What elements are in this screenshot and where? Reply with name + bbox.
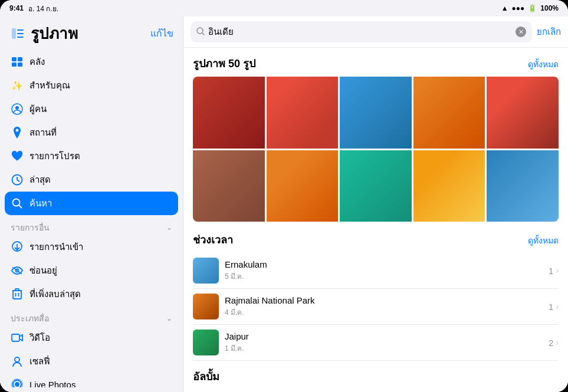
wifi-icon: ▲ <box>501 4 508 12</box>
place-count-row-0: 1 › <box>549 266 559 276</box>
svg-point-24 <box>15 383 19 386</box>
photo-cell-7[interactable] <box>267 150 339 222</box>
search-bar[interactable]: อินเดีย ✕ <box>191 21 532 42</box>
place-row-2[interactable]: Jaipur 1 มี.ค. 2 › <box>193 325 559 361</box>
photos-see-all-button[interactable]: ดูทั้งหมด <box>528 58 559 71</box>
sidebar-item-for-you[interactable]: ✨ สำหรับคุณ <box>5 74 178 97</box>
sidebar-edit-button[interactable]: แก้ไข <box>150 26 173 41</box>
photo-cell-4[interactable] <box>413 77 485 149</box>
svg-point-11 <box>13 199 20 206</box>
place-count-2: 2 <box>549 338 553 348</box>
sidebar-item-people[interactable]: ผู้คน <box>5 97 178 121</box>
clock-icon <box>11 173 24 186</box>
photo-cell-5[interactable] <box>487 77 559 149</box>
places-see-all-button[interactable]: ดูทั้งหมด <box>528 234 559 247</box>
place-date-0: 5 มี.ค. <box>225 271 543 282</box>
places-section-header: ช่วงเวลา ดูทั้งหมด <box>193 231 559 248</box>
sidebar-title: รูปภาพ <box>31 21 78 45</box>
sidebar-item-label-places: สถานที่ <box>29 126 57 140</box>
sidebar-item-videos[interactable]: วิดีโอ <box>5 326 178 350</box>
sidebar-item-label-videos: วิดีโอ <box>29 331 50 345</box>
place-chevron-0: › <box>556 266 559 275</box>
sidebar-item-recent[interactable]: ล่าสุด <box>5 168 178 192</box>
svg-line-12 <box>19 205 22 208</box>
search-sidebar-icon <box>11 197 24 210</box>
section-other-chevron[interactable]: ⌄ <box>166 223 172 232</box>
sidebar-item-selfies[interactable]: เซลฟี่ <box>5 350 178 373</box>
place-thumb-1 <box>193 294 219 319</box>
place-row-1[interactable]: Rajmalai National Park 4 มี.ค. 1 › <box>193 289 559 325</box>
sidebar-item-live-photos[interactable]: Live Photos <box>5 373 178 387</box>
photo-cell-1[interactable] <box>193 77 265 149</box>
photo-cell-6[interactable] <box>193 150 265 222</box>
sidebar-item-library[interactable]: คลัง <box>5 50 178 74</box>
sidebar-item-label-favorites: รายการโปรต <box>29 149 80 163</box>
content-scroll[interactable]: รูปภาพ 50 รูป ดูทั้งหมด <box>183 48 568 392</box>
place-count-row-1: 1 › <box>549 302 559 312</box>
place-date-2: 1 มี.ค. <box>225 342 543 354</box>
search-cancel-button[interactable]: ยกเลิก <box>537 25 561 39</box>
battery-icon: 🔋 <box>528 4 537 12</box>
place-count-row-2: 2 › <box>549 338 559 348</box>
section-media-chevron[interactable]: ⌄ <box>166 314 172 322</box>
svg-rect-6 <box>12 62 17 67</box>
sidebar-item-label-recently-deleted: ที่เพิ่งลบล่าสุด <box>29 287 81 301</box>
section-other-header: รายการอื่น ⌄ <box>5 215 178 235</box>
section-media-header: ประเภทสื่อ ⌄ <box>5 306 178 326</box>
import-icon <box>11 241 24 253</box>
sidebar: รูปภาพ แก้ไข คลัง ✨ สำหรับคุณ <box>0 17 183 392</box>
svg-rect-0 <box>12 28 16 39</box>
place-name-2: Jaipur <box>225 331 543 341</box>
sidebar-toggle-button[interactable] <box>9 25 26 42</box>
sidebar-item-label-selfies: เซลฟี่ <box>29 354 50 368</box>
svg-point-29 <box>197 28 203 34</box>
status-date: อ. 14 ก.ย. <box>28 3 58 14</box>
section-media-label: ประเภทสื่อ <box>11 312 49 325</box>
photo-cell-3[interactable] <box>340 77 412 149</box>
sidebar-item-places[interactable]: สถานที่ <box>5 121 178 144</box>
photo-cell-10[interactable] <box>487 150 559 222</box>
sidebar-item-hidden[interactable]: ซ่อนอยู่ <box>5 259 178 282</box>
album-row-0[interactable]: อินเดียมหัศจรรย์ 21 มี.ค. – 13 พ.ย. 2562… <box>193 390 559 392</box>
albums-section-header: อัลบั้ม <box>193 368 559 385</box>
svg-rect-22 <box>12 334 19 341</box>
place-row-0[interactable]: Ernakulam 5 มี.ค. 1 › <box>193 253 559 289</box>
video-icon <box>11 331 24 344</box>
eye-slash-icon <box>11 264 24 277</box>
status-right: ▲ ●●● 🔋 100% <box>501 4 559 12</box>
places-section-title: ช่วงเวลา <box>193 231 233 248</box>
sidebar-content: คลัง ✨ สำหรับคุณ ผู้คน สถานที่ <box>0 48 183 387</box>
sidebar-item-label-live-photos: Live Photos <box>29 380 75 388</box>
sidebar-item-favorites[interactable]: รายการโปรต <box>5 144 178 168</box>
svg-rect-19 <box>15 289 19 291</box>
place-name-0: Ernakulam <box>225 259 543 269</box>
sidebar-item-label-hidden: ซ่อนอยู่ <box>29 263 57 278</box>
search-clear-button[interactable]: ✕ <box>516 27 526 37</box>
device-frame: 9:41 อ. 14 ก.ย. ▲ ●●● 🔋 100% <box>0 0 568 392</box>
livephoto-icon <box>11 378 24 387</box>
main-area: รูปภาพ แก้ไข คลัง ✨ สำหรับคุณ <box>0 17 568 392</box>
sidebar-item-search[interactable]: ค้นหา <box>5 192 178 215</box>
svg-rect-3 <box>17 37 24 38</box>
svg-rect-5 <box>18 57 22 61</box>
sidebar-item-label-library: คลัง <box>29 55 45 69</box>
place-info-0: Ernakulam 5 มี.ค. <box>225 259 543 282</box>
sidebar-item-label-search: ค้นหา <box>29 196 52 210</box>
status-bar: 9:41 อ. 14 ก.ย. ▲ ●●● 🔋 100% <box>0 0 568 17</box>
place-chevron-1: › <box>556 302 559 311</box>
status-time: 9:41 <box>9 4 24 12</box>
person-circle-icon <box>11 103 24 116</box>
svg-line-30 <box>202 33 205 35</box>
photo-cell-9[interactable] <box>413 150 485 222</box>
sidebar-header: รูปภาพ แก้ไข <box>0 17 183 48</box>
sidebar-item-label-imports: รายการนำเข้า <box>29 240 83 254</box>
svg-rect-7 <box>18 62 22 67</box>
map-pin-icon <box>11 126 24 139</box>
photo-cell-8[interactable] <box>340 150 412 222</box>
signal-icon: ●●● <box>512 4 525 12</box>
photo-cell-2[interactable] <box>267 77 339 149</box>
heart-icon <box>11 150 24 163</box>
place-thumb-2 <box>193 330 219 355</box>
sidebar-item-imports[interactable]: รายการนำเข้า <box>5 235 178 259</box>
sidebar-item-recently-deleted[interactable]: ที่เพิ่งลบล่าสุด <box>5 282 178 306</box>
